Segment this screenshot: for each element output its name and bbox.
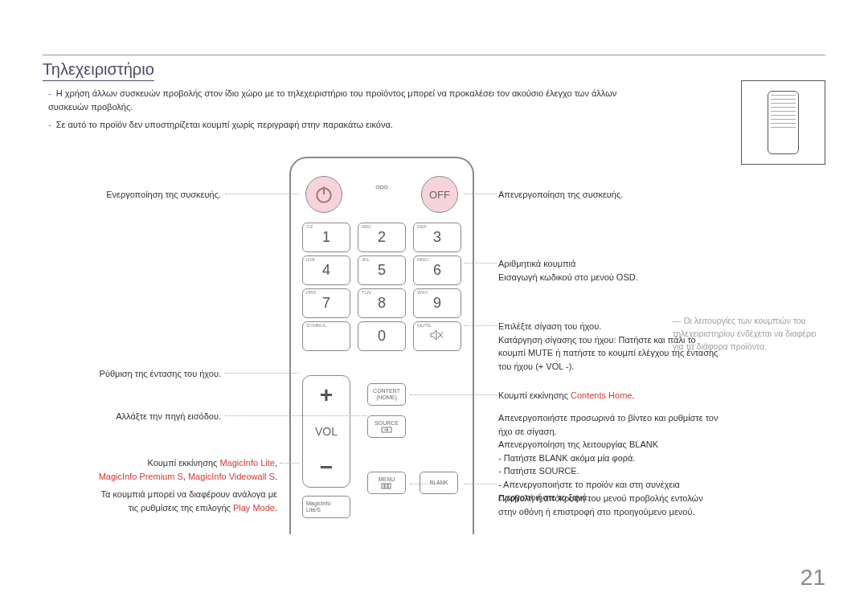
label-content-home: Κουμπί εκκίνησης Contents Home. (498, 389, 723, 403)
key-2[interactable]: ABC2 (358, 223, 406, 252)
key-8[interactable]: TUV8 (358, 288, 406, 318)
label-magicinfo: Κουμπί εκκίνησης MagicInfo Lite, MagicIn… (44, 456, 277, 514)
key-9[interactable]: WXY9 (413, 288, 461, 318)
svg-rect-8 (382, 484, 384, 488)
magicinfo-button[interactable]: MagicInfo Lite/S (302, 496, 350, 518)
content-home-button[interactable]: CONTENT (HOME) (367, 383, 406, 406)
key-symbol[interactable]: SYMBOL (302, 321, 350, 351)
remote-thumbnail (741, 80, 825, 165)
note-2: Σε αυτό το προϊόν δεν υποστηρίζεται κουμ… (56, 120, 393, 129)
key-3[interactable]: DEF3 (413, 223, 461, 252)
ir-sensor (375, 182, 388, 189)
key-6[interactable]: MNO6 (413, 255, 461, 285)
label-menu: Προβολή ή απόκρυψη του μενού προβολής εν… (498, 492, 723, 518)
svg-point-2 (384, 186, 387, 189)
off-button[interactable]: OFF (421, 176, 458, 213)
mini-remote-icon (768, 91, 799, 154)
label-power-off: Απενεργοποίηση της συσκευής. (498, 188, 707, 202)
remote-diagram: OFF OZ1 ABC2 DEF3 GHI4 JKL5 MNO6 PRS7 TU… (289, 157, 474, 534)
page-number: 21 (800, 565, 825, 591)
svg-point-0 (376, 186, 379, 189)
key-0[interactable]: 0 (358, 321, 406, 351)
key-mute[interactable]: MUTE (413, 321, 461, 351)
numpad: OZ1 ABC2 DEF3 GHI4 JKL5 MNO6 PRS7 TUV8 W… (302, 223, 465, 354)
label-power-on: Ενεργοποίηση της συσκευής. (68, 188, 221, 202)
key-1[interactable]: OZ1 (302, 223, 350, 252)
note-1: Η χρήση άλλων συσκευών προβολής στον ίδι… (48, 88, 616, 112)
label-volume: Ρύθμιση της έντασης του ήχου. (68, 367, 221, 381)
power-button[interactable] (305, 176, 342, 213)
mute-icon (430, 329, 444, 343)
menu-button[interactable]: MENU (367, 472, 406, 494)
label-source: Αλλάξτε την πηγή εισόδου. (68, 410, 221, 423)
top-rule (43, 55, 825, 55)
source-icon (381, 427, 392, 433)
svg-rect-9 (385, 484, 387, 488)
vol-down-icon: − (320, 456, 333, 479)
source-button[interactable]: SOURCE (367, 415, 406, 438)
key-7[interactable]: PRS7 (302, 288, 350, 318)
vol-label: VOL (315, 425, 338, 438)
blank-button[interactable]: BLANK (420, 472, 458, 494)
label-blank: Απενεργοποιήστε προσωρινά το βίντεο και … (498, 411, 731, 505)
svg-point-1 (380, 186, 383, 189)
power-icon (313, 184, 334, 205)
svg-rect-10 (388, 484, 391, 488)
menu-icon (381, 483, 392, 489)
volume-rocker[interactable]: + VOL − (302, 375, 350, 488)
notes-block: -Η χρήση άλλων συσκευών προβολής στον ίδ… (48, 87, 627, 132)
page-title: Τηλεχειριστήριο (43, 60, 154, 81)
vol-up-icon: + (320, 384, 333, 407)
key-4[interactable]: GHI4 (302, 255, 350, 285)
label-numeric: Αριθμητικά κουμπιά Εισαγωγή κωδικού στο … (498, 257, 707, 284)
side-note: Οι λειτουργίες των κουμπιών του τηλεχειρ… (673, 315, 825, 353)
key-5[interactable]: JKL5 (358, 255, 406, 285)
